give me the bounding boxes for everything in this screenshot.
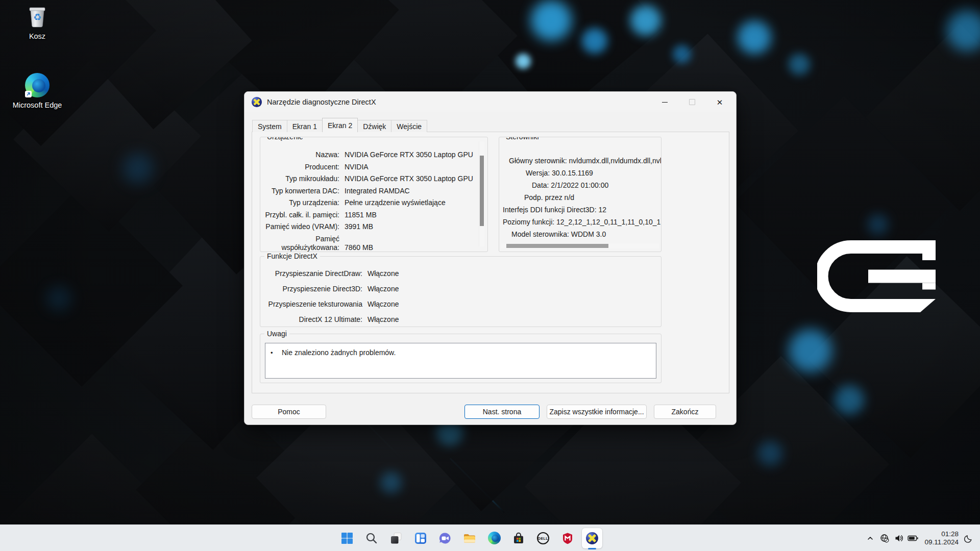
tab-ekran-1[interactable]: Ekran 1: [287, 120, 323, 132]
scrollbar-thumb[interactable]: [480, 156, 484, 226]
mcafee-icon: [561, 532, 574, 545]
edge-icon: [24, 73, 51, 97]
groupbox-title: Urządzenie: [264, 137, 306, 141]
shortcut-arrow-icon: [25, 91, 32, 97]
close-icon: ✕: [717, 98, 723, 106]
device-groupbox: Urządzenie Nazwa:NVIDIA GeForce RTX 3050…: [260, 137, 488, 252]
edge-icon: [488, 532, 501, 544]
field-label: Typ urządzenia:: [260, 198, 339, 207]
field-label: Przyspieszanie DirectDraw:: [260, 269, 362, 278]
taskbar-chat-button[interactable]: [434, 527, 456, 550]
svg-text:♻: ♻: [33, 12, 41, 22]
directx-icon: [251, 96, 262, 108]
field-row: Przyspieszanie DirectDraw:Włączone: [260, 269, 661, 278]
desktop-icon-recycle-bin[interactable]: ♻ Kosz: [9, 4, 65, 41]
driver-row: Model sterownika: WDDM 3.0: [511, 230, 661, 239]
drivers-rows: Główny sterownik: nvldumdx.dll,nvldumdx.…: [499, 157, 661, 242]
taskbar: DELL: [0, 524, 980, 551]
driver-row: Poziomy funkcji: 12_2,12_1,12_0,11_1,11_…: [503, 218, 661, 227]
field-label: Pamięć wideo (VRAM):: [260, 222, 339, 231]
window-title: Narzędzie diagnostyczne DirectX: [267, 98, 376, 106]
g-logo: [817, 240, 936, 312]
screen: ♻ Kosz Microsoft Edge: [0, 0, 980, 551]
tab-wejscie[interactable]: Wejście: [391, 120, 427, 132]
field-label: DirectX 12 Ultimate:: [260, 315, 362, 324]
field-value: 3991 MB: [345, 222, 373, 231]
close-button[interactable]: ✕: [708, 92, 731, 112]
taskbar-edge-button[interactable]: [483, 527, 505, 550]
driver-row: Podp. przez n/d: [524, 193, 661, 202]
tray-volume-button[interactable]: [892, 528, 906, 548]
tab-ekran-2[interactable]: Ekran 2: [322, 118, 358, 132]
minimize-icon: [662, 102, 668, 103]
driver-row: Główny sterownik: nvldumdx.dll,nvldumdx.…: [509, 157, 661, 165]
minimize-button[interactable]: [653, 92, 676, 112]
tray-network-button[interactable]: [877, 528, 892, 548]
field-label: Producent:: [260, 163, 339, 171]
note-text: Nie znaleziono żadnych problemów.: [282, 348, 653, 357]
directx-icon: [585, 532, 599, 545]
svg-text:DELL: DELL: [538, 536, 548, 540]
field-row: Typ konwertera DAC:Integrated RAMDAC: [260, 187, 474, 195]
field-row: Przybl. całk. il. pamięci:11851 MB: [260, 211, 474, 219]
notes-textbox[interactable]: • Nie znaleziono żadnych problemów.: [265, 343, 656, 379]
search-icon: [365, 532, 378, 545]
field-value: Włączone: [368, 299, 399, 309]
field-value: 7860 MB: [345, 243, 373, 252]
tab-system[interactable]: System: [252, 120, 287, 132]
system-tray: 01:28 09.11.2024: [863, 525, 980, 551]
device-scrollbar[interactable]: [479, 141, 484, 246]
field-row: Pamięć wideo (VRAM):3991 MB: [260, 222, 474, 231]
taskbar-clock[interactable]: 01:28 09.11.2024: [924, 530, 959, 546]
next-page-button[interactable]: Nast. strona: [464, 405, 540, 419]
taskbar-widgets-button[interactable]: [409, 527, 432, 550]
tray-chevron-up-button[interactable]: [863, 528, 877, 548]
tray-battery-button[interactable]: [906, 528, 920, 548]
desktop-icon-edge[interactable]: Microsoft Edge: [9, 73, 65, 110]
field-row: Typ urządzenia:Pełne urządzenie wyświetl…: [260, 198, 474, 207]
tab-dzwiek[interactable]: Dźwięk: [357, 120, 391, 132]
moon-icon: [964, 534, 973, 543]
taskbar-mcafee-button[interactable]: [556, 527, 579, 550]
desktop-icon-label: Kosz: [9, 32, 65, 41]
clock-time: 01:28: [924, 530, 959, 538]
taskbar-search-button[interactable]: [360, 527, 383, 550]
groupbox-title: Funkcje DirectX: [264, 253, 320, 260]
exit-button[interactable]: Zakończ: [654, 405, 716, 419]
field-value: NVIDIA: [345, 163, 369, 171]
field-row: DirectX 12 Ultimate:Włączone: [260, 315, 661, 324]
taskbar-file-explorer-button[interactable]: [458, 527, 481, 550]
taskbar-start-button[interactable]: [336, 527, 358, 550]
task-view-icon: [389, 532, 403, 545]
file-explorer-icon: [463, 532, 476, 545]
volume-icon: [894, 534, 903, 543]
clock-date: 09.11.2024: [924, 538, 959, 546]
taskbar-microsoft-store-button[interactable]: [507, 527, 530, 550]
groupbox-title: Uwagi: [264, 330, 289, 338]
windows-start-icon: [340, 532, 354, 545]
field-label: Przyspieszenie teksturowania: [260, 299, 362, 309]
field-value: Włączone: [368, 315, 399, 324]
tab-strip: System Ekran 1 Ekran 2 Dźwięk Wejście: [252, 118, 427, 132]
help-button[interactable]: Pomoc: [252, 405, 326, 419]
drivers-scrollbar[interactable]: [501, 243, 659, 248]
tray-do-not-disturb-button[interactable]: [962, 528, 976, 548]
field-label: Typ mikroukładu:: [260, 174, 339, 183]
recycle-bin-icon: ♻: [26, 4, 49, 31]
taskbar-dell-button[interactable]: DELL: [532, 527, 554, 550]
field-value: Pełne urządzenie wyświetlające: [345, 198, 446, 207]
field-value: NVIDIA GeForce RTX 3050 Laptop GPU: [345, 174, 473, 183]
taskbar-apps: DELL: [336, 525, 603, 551]
microsoft-store-icon: [512, 532, 525, 545]
field-label: Pamięć współużytkowana:: [260, 235, 339, 252]
field-label: Przyspieszenie Direct3D:: [260, 284, 362, 293]
driver-row: Wersja: 30.0.15.1169: [526, 169, 661, 178]
note-bullet: •: [271, 348, 273, 357]
notes-groupbox: Uwagi • Nie znaleziono żadnych problemów…: [260, 334, 662, 383]
taskbar-directx-button[interactable]: [581, 527, 603, 550]
save-all-information-button[interactable]: Zapisz wszystkie informacje...: [547, 405, 647, 419]
scrollbar-thumb[interactable]: [506, 244, 608, 248]
maximize-button[interactable]: [680, 92, 704, 112]
taskbar-task-view-button[interactable]: [385, 527, 407, 550]
maximize-icon: [689, 99, 695, 105]
